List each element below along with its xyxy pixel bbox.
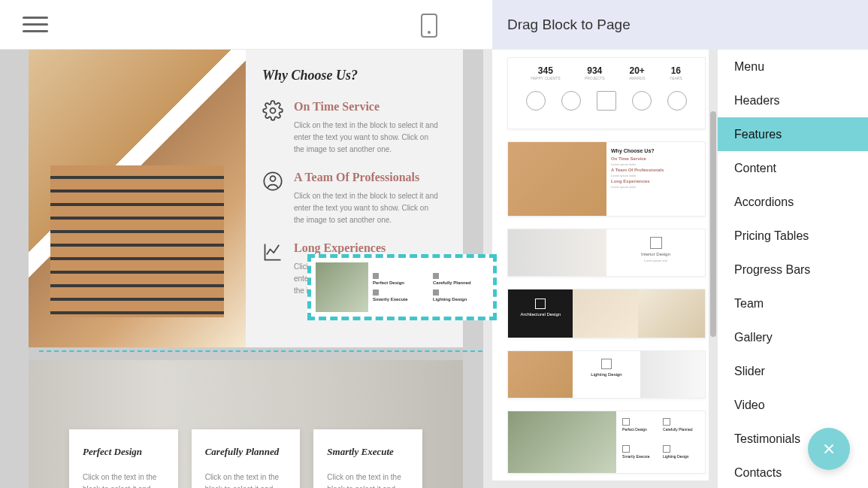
section-heading[interactable]: Why Choose Us?	[262, 68, 440, 83]
feature-title[interactable]: On Time Service	[294, 100, 440, 114]
gear-icon	[262, 100, 283, 121]
card-item[interactable]: Smartly Execute Click on the text in the…	[313, 429, 422, 488]
svg-point-0	[271, 108, 276, 114]
svg-point-2	[271, 176, 276, 181]
thumb-title: Lighting Design	[580, 372, 632, 377]
card-desc[interactable]: Click on the text in the block to select…	[83, 471, 165, 488]
menu-hamburger-icon[interactable]	[23, 17, 48, 32]
block-thumbnail-arch[interactable]: Architectural Design	[507, 289, 706, 338]
category-accordions[interactable]: Accordions	[718, 185, 868, 219]
stat-label: HAPPY CLIENTS	[531, 76, 560, 80]
drop-indicator	[39, 350, 482, 352]
thumb-item: Long Experiences	[611, 179, 700, 183]
feature-desc[interactable]: Click on the text in the block to select…	[294, 120, 440, 156]
thumb-item: Smartly Execute	[622, 454, 658, 459]
category-video[interactable]: Video	[718, 388, 868, 422]
card-title[interactable]: Carefully Planned	[205, 446, 287, 458]
close-panel-button[interactable]	[808, 428, 850, 470]
section-cards[interactable]: Perfect Design Click on the text in the …	[29, 360, 463, 488]
blocks-scrollbar[interactable]	[709, 50, 718, 488]
house-icon	[650, 237, 662, 249]
dragging-block-ghost[interactable]: Perfect Design Smartly Execute Carefully…	[307, 254, 497, 320]
block-thumbnails-list[interactable]: 345HAPPY CLIENTS 934PROJECTS 20+AWARDS 1…	[492, 50, 709, 488]
thumb-title: Architectural Design	[514, 312, 567, 317]
category-progress-bars[interactable]: Progress Bars	[718, 253, 868, 286]
bulb-icon	[601, 359, 612, 369]
category-features[interactable]: Features	[718, 117, 868, 151]
category-slider[interactable]: Slider	[718, 354, 868, 388]
category-menu[interactable]: Menu	[718, 50, 868, 83]
stat-label: AWARDS	[629, 76, 646, 80]
chart-icon	[262, 241, 283, 262]
stat-number: 345	[531, 65, 560, 76]
ghost-label: Perfect Design	[373, 280, 428, 285]
card-item[interactable]: Carefully Planned Click on the text in t…	[192, 429, 301, 488]
feature-title[interactable]: A Team Of Professionals	[294, 171, 440, 184]
thumb-item: Perfect Design	[622, 427, 658, 432]
category-gallery[interactable]: Gallery	[718, 320, 868, 354]
blocks-panel: Drag Block to Page 345HAPPY CLIENTS 934P…	[492, 0, 868, 488]
mobile-preview-icon[interactable]	[421, 14, 437, 38]
feature-desc[interactable]: Click on the text in the block to select…	[294, 190, 440, 226]
ghost-label: Lighting Design	[433, 297, 488, 302]
thumb-title: Interior Design	[614, 252, 697, 256]
cards-row: Perfect Design Click on the text in the …	[69, 429, 422, 488]
block-thumbnail-grid[interactable]: Perfect Design Carefully Planned Smartly…	[507, 411, 706, 474]
card-title[interactable]: Smartly Execute	[327, 446, 409, 458]
editor-topbar	[0, 0, 492, 50]
category-list: MenuHeadersFeaturesContentAccordionsPric…	[718, 50, 868, 488]
stat-label: PROJECTS	[585, 76, 605, 80]
block-thumbnail-why[interactable]: Why Choose Us? On Time Service Lorem ips…	[507, 141, 706, 217]
thumb-item: On Time Service	[611, 156, 700, 161]
category-headers[interactable]: Headers	[718, 83, 868, 117]
panel-title: Drag Block to Page	[492, 0, 868, 50]
ghost-label: Smartly Execute	[373, 297, 428, 302]
block-thumbnail-stats[interactable]: 345HAPPY CLIENTS 934PROJECTS 20+AWARDS 1…	[507, 57, 706, 129]
person-icon	[262, 171, 283, 192]
stat-label: YEARS	[670, 76, 682, 80]
card-desc[interactable]: Click on the text in the block to select…	[205, 471, 287, 488]
category-team[interactable]: Team	[718, 286, 868, 320]
thumb-item: Carefully Planned	[663, 427, 699, 432]
thumb-title: Why Choose Us?	[611, 148, 700, 153]
thumb-item: A Team Of Professionals	[611, 168, 700, 172]
card-item[interactable]: Perfect Design Click on the text in the …	[69, 429, 178, 488]
feature-item[interactable]: On Time Service Click on the text in the…	[262, 100, 440, 156]
stat-number: 934	[585, 65, 605, 76]
category-pricing-tables[interactable]: Pricing Tables	[718, 219, 868, 253]
feature-title[interactable]: Long Experiences	[294, 241, 440, 255]
ghost-label: Carefully Planned	[433, 280, 488, 285]
block-thumbnail-interior[interactable]: Interior DesignLorem ipsum text	[507, 229, 706, 277]
stat-number: 16	[670, 65, 682, 76]
stat-number: 20+	[629, 65, 646, 76]
category-content[interactable]: Content	[718, 151, 868, 185]
ghost-image	[316, 262, 368, 312]
card-title[interactable]: Perfect Design	[83, 446, 165, 458]
feature-item[interactable]: A Team Of Professionals Click on the tex…	[262, 171, 440, 226]
thumb-item: Lighting Design	[663, 454, 699, 459]
blocks-h-scrollbar[interactable]	[492, 480, 718, 488]
card-desc[interactable]: Click on the text in the block to select…	[327, 471, 409, 488]
block-thumbnail-lighting[interactable]: Lighting Design	[507, 350, 706, 399]
section-image[interactable]	[29, 50, 246, 347]
